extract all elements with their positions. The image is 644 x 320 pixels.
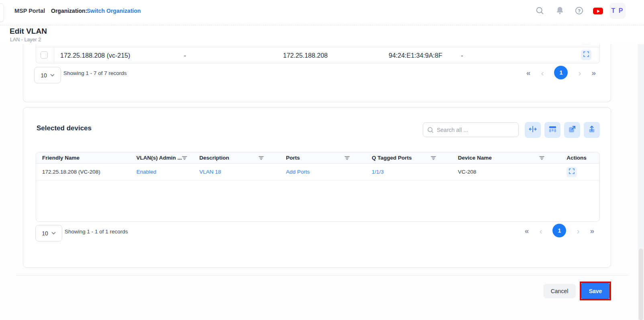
table-row: 172.25.18.208 (VC-208) Enabled VLAN 18 A… xyxy=(36,164,599,180)
description-link[interactable]: VLAN 18 xyxy=(199,169,221,175)
fit-width-icon xyxy=(528,125,537,135)
filter-icon[interactable] xyxy=(344,156,350,160)
page-title: Edit VLAN xyxy=(10,27,47,36)
filter-icon[interactable] xyxy=(259,156,264,160)
filter-icon[interactable] xyxy=(431,156,436,160)
notifications-button[interactable] xyxy=(555,7,564,16)
svg-text:?: ? xyxy=(577,8,580,13)
col-header-description: Description xyxy=(194,155,280,161)
filter-icon[interactable] xyxy=(182,156,187,160)
search-icon xyxy=(536,6,544,16)
sidebar-toggle-tab[interactable] xyxy=(0,3,4,22)
columns-icon xyxy=(548,125,557,135)
pagination-controls: « ‹ 1 › » xyxy=(525,224,594,237)
pagination-last-icon[interactable]: » xyxy=(591,69,596,77)
chevron-down-icon xyxy=(50,74,55,77)
expand-row-button[interactable] xyxy=(581,50,591,60)
page-size-select[interactable]: 10 xyxy=(35,225,62,241)
vertical-scrollbar[interactable] xyxy=(638,40,644,320)
footer-divider xyxy=(16,275,628,275)
pagination-first-icon[interactable]: « xyxy=(525,227,529,235)
pagination-prev-icon[interactable]: ‹ xyxy=(539,227,542,235)
col-header-ports: Ports xyxy=(280,155,366,161)
pagination-page-1[interactable]: 1 xyxy=(554,66,568,79)
pagination-first-icon[interactable]: « xyxy=(526,69,531,77)
open-external-button[interactable] xyxy=(564,122,580,138)
pagination-controls: « ‹ 1 › » xyxy=(526,66,596,79)
pagination-last-icon[interactable]: » xyxy=(590,227,594,235)
col-header-device-name: Device Name xyxy=(452,155,561,161)
header-divider xyxy=(0,25,644,25)
devices-table-card: 172.25.188.208 (vc-215) - 172.25.188.208… xyxy=(23,44,611,102)
help-icon: ? xyxy=(575,6,583,16)
external-link-icon xyxy=(568,125,576,135)
organization-label: Organization: xyxy=(51,8,87,14)
pagination-next-icon[interactable]: › xyxy=(578,69,581,77)
youtube-button[interactable] xyxy=(593,8,603,14)
scrollbar-thumb[interactable] xyxy=(639,249,643,320)
col-header-actions: Actions xyxy=(560,155,599,161)
help-button[interactable]: ? xyxy=(575,7,583,16)
table-header-row: Friendly Name VLAN(s) Admin ... Descript… xyxy=(36,152,599,164)
expand-icon xyxy=(583,51,589,59)
bell-icon xyxy=(556,6,564,16)
col-header-friendly-name: Friendly Name xyxy=(36,155,130,161)
search-input[interactable] xyxy=(437,127,514,133)
selected-devices-card: Selected devices xyxy=(23,107,611,268)
page-subtitle: LAN - Layer 2 xyxy=(10,37,41,43)
device-mac: 94:24:E1:34:9A:8F xyxy=(389,52,442,59)
row-checkbox[interactable] xyxy=(41,51,48,59)
fit-columns-button[interactable] xyxy=(525,122,541,138)
brand-title: MSP Portal xyxy=(14,8,45,14)
add-ports-link[interactable]: Add Ports xyxy=(286,169,310,175)
chevron-down-icon xyxy=(51,232,56,235)
section-title: Selected devices xyxy=(37,124,92,132)
device-col5-value: - xyxy=(461,52,463,59)
page-size-value: 10 xyxy=(42,230,48,237)
play-icon xyxy=(597,10,600,13)
device-friendly-name: 172.25.188.208 (vc-215) xyxy=(60,52,130,59)
page-size-value: 10 xyxy=(41,72,47,79)
top-header: MSP Portal Organization: Switch Organiza… xyxy=(0,0,644,44)
devices-table: 172.25.188.208 (vc-215) - 172.25.188.208… xyxy=(36,42,600,63)
global-search-button[interactable] xyxy=(535,7,544,16)
expand-icon xyxy=(569,168,575,175)
search-icon xyxy=(427,127,434,133)
columns-button[interactable] xyxy=(544,122,560,138)
page-size-select[interactable]: 10 xyxy=(34,67,61,83)
device-ip: 172.25.188.208 xyxy=(283,52,328,59)
annotation-highlight: Save xyxy=(580,282,611,300)
user-avatar[interactable]: T P xyxy=(609,3,626,19)
device-col2-value: - xyxy=(184,52,186,59)
pagination-next-icon[interactable]: › xyxy=(577,227,579,235)
pagination-prev-icon[interactable]: ‹ xyxy=(541,69,544,77)
q-tagged-ports-link[interactable]: 1/1/3 xyxy=(372,169,384,175)
organization-link[interactable]: Switch Organization xyxy=(87,8,141,14)
records-summary: Showing 1 - 1 of 1 records xyxy=(65,229,128,235)
cell-friendly-name: 172.25.18.208 (VC-208) xyxy=(36,169,130,175)
cell-device-name: VC-208 xyxy=(452,169,561,175)
selected-devices-table: Friendly Name VLAN(s) Admin ... Descript… xyxy=(36,152,600,222)
save-button[interactable]: Save xyxy=(581,283,609,299)
filter-icon[interactable] xyxy=(539,156,544,160)
expand-row-button[interactable] xyxy=(567,167,577,177)
app-window: 172.25.188.208 (vc-215) - 172.25.188.208… xyxy=(0,0,644,320)
records-summary: Showing 1 - 7 of 7 records xyxy=(63,70,127,76)
upload-icon xyxy=(588,125,596,135)
vlan-admin-link[interactable]: Enabled xyxy=(137,169,157,175)
search-box xyxy=(423,122,519,137)
export-button[interactable] xyxy=(584,122,600,138)
pagination-page-1[interactable]: 1 xyxy=(552,224,566,237)
col-header-q-tagged-ports: Q Tagged Ports xyxy=(366,155,452,161)
cancel-button[interactable]: Cancel xyxy=(543,284,576,298)
col-header-vlan-admin: VLAN(s) Admin ... xyxy=(130,155,194,161)
